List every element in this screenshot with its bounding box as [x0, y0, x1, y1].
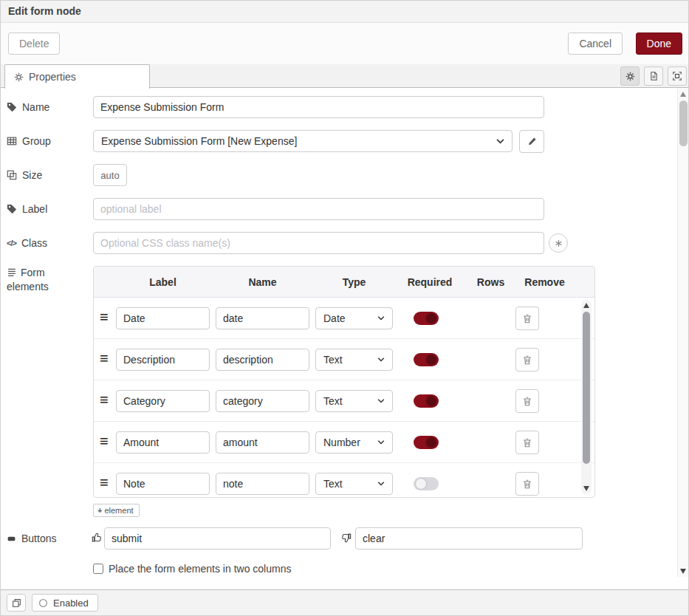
scrollbar-thumb[interactable] — [679, 100, 688, 146]
element-type-select[interactable]: Text — [315, 473, 393, 495]
gear-icon — [14, 72, 24, 82]
dialog-button-bar: Delete Cancel Done — [1, 23, 688, 64]
list-icon — [7, 267, 17, 277]
edit-group-button[interactable] — [519, 130, 544, 153]
scroll-up-arrow[interactable] — [583, 303, 589, 308]
tab-properties-label: Properties — [29, 71, 76, 83]
size-icon — [7, 170, 17, 180]
layers-icon — [12, 598, 21, 608]
class-field-label-text: Class — [21, 237, 47, 249]
drag-handle-icon[interactable]: ≡ — [100, 475, 109, 490]
required-toggle[interactable] — [414, 436, 439, 449]
two-columns-row: Place the form elements in two columns — [93, 563, 291, 575]
group-select[interactable]: Expense Submission Form [New Expense] — [93, 130, 513, 152]
element-row-note: ≡ Text — [94, 463, 594, 497]
elements-list-scrollbar[interactable] — [581, 300, 592, 494]
required-toggle[interactable] — [414, 353, 439, 366]
tab-bar: Properties — [1, 64, 688, 88]
scroll-up-arrow[interactable] — [680, 92, 686, 97]
info-panel-button[interactable] — [7, 594, 26, 612]
element-name-input[interactable] — [216, 390, 309, 412]
add-element-button[interactable]: + element — [93, 504, 140, 517]
two-columns-checkbox[interactable] — [93, 564, 103, 574]
done-button[interactable]: Done — [636, 32, 682, 55]
edit-form-node-dialog: Edit form node Delete Cancel Done Proper… — [0, 0, 689, 616]
element-label-input[interactable] — [116, 473, 210, 495]
remove-row-button[interactable] — [515, 389, 539, 413]
tab-properties[interactable]: Properties — [4, 64, 150, 89]
two-columns-label: Place the form elements in two columns — [109, 563, 291, 575]
col-header-name: Name — [216, 267, 309, 298]
element-type-value: Date — [323, 312, 346, 324]
name-input[interactable] — [93, 96, 544, 118]
element-label-input[interactable] — [116, 307, 210, 329]
class-field-label: </> Class — [7, 232, 47, 254]
class-input[interactable] — [93, 232, 544, 254]
trash-icon — [522, 355, 532, 366]
element-name-input[interactable] — [216, 349, 309, 371]
label-input[interactable] — [93, 198, 544, 220]
remove-row-button[interactable] — [515, 472, 539, 496]
name-field-label-text: Name — [22, 101, 49, 113]
required-toggle[interactable] — [414, 312, 439, 325]
element-row-date: ≡ Date — [94, 298, 594, 339]
class-helper-button[interactable] — [549, 233, 568, 253]
node-appearance-button[interactable] — [668, 66, 687, 86]
element-type-select[interactable]: Date — [315, 307, 393, 329]
gear-icon — [625, 72, 635, 81]
elements-table-body: ≡ Date ≡ Te — [94, 298, 594, 497]
required-toggle[interactable] — [414, 394, 439, 408]
clear-button-label-input[interactable] — [355, 527, 583, 550]
toggle-knob — [426, 437, 436, 448]
element-label-input[interactable] — [116, 431, 210, 454]
element-row-category: ≡ Text — [94, 380, 594, 422]
delete-button[interactable]: Delete — [8, 32, 60, 55]
element-label-input[interactable] — [116, 349, 210, 371]
drag-handle-icon[interactable]: ≡ — [100, 309, 109, 324]
element-row-amount: ≡ Number — [94, 422, 594, 463]
buttons-field-label-text: Buttons — [21, 533, 56, 544]
table-icon — [7, 136, 17, 146]
group-field-label-text: Group — [22, 135, 51, 147]
element-name-input[interactable] — [216, 307, 309, 329]
group-field-label: Group — [7, 130, 51, 152]
trash-icon — [522, 479, 532, 490]
cancel-button[interactable]: Cancel — [568, 32, 623, 55]
toggle-knob — [426, 396, 436, 406]
main-scrollbar[interactable] — [677, 89, 688, 577]
dialog-footer: Enabled — [1, 589, 688, 615]
element-type-select[interactable]: Text — [315, 390, 393, 412]
element-name-input[interactable] — [216, 431, 309, 454]
chevron-down-icon — [377, 316, 385, 321]
scroll-down-arrow[interactable] — [583, 486, 589, 491]
label-field-label: Label — [7, 198, 47, 220]
scroll-down-arrow[interactable] — [680, 569, 686, 574]
element-type-value: Text — [323, 354, 343, 366]
drag-handle-icon[interactable]: ≡ — [100, 351, 109, 366]
drag-handle-icon[interactable]: ≡ — [100, 434, 109, 448]
remove-row-button[interactable] — [515, 348, 539, 372]
trash-icon — [522, 396, 532, 407]
element-name-input[interactable] — [216, 473, 309, 495]
element-type-select[interactable]: Text — [315, 349, 393, 371]
code-icon: </> — [7, 239, 16, 247]
required-toggle[interactable] — [414, 477, 439, 490]
submit-button-label-input[interactable] — [104, 527, 331, 550]
col-header-label: Label — [116, 267, 210, 298]
element-type-value: Number — [323, 437, 360, 448]
enabled-toggle-button[interactable]: Enabled — [32, 594, 98, 612]
element-type-select[interactable]: Number — [315, 431, 393, 454]
node-settings-button[interactable] — [620, 66, 640, 86]
form-elements-table: Label Name Type Required Rows Remove ≡ D… — [93, 266, 595, 498]
node-description-button[interactable] — [644, 66, 663, 86]
element-type-value: Text — [323, 395, 343, 407]
remove-row-button[interactable] — [515, 431, 539, 454]
toggle-knob — [426, 355, 436, 365]
remove-row-button[interactable] — [515, 307, 539, 330]
element-label-input[interactable] — [116, 390, 210, 412]
size-button[interactable]: auto — [93, 164, 127, 186]
col-header-remove: Remove — [517, 267, 572, 298]
drag-handle-icon[interactable]: ≡ — [100, 392, 109, 407]
label-field-label-text: Label — [22, 203, 47, 215]
scrollbar-thumb[interactable] — [583, 312, 590, 464]
